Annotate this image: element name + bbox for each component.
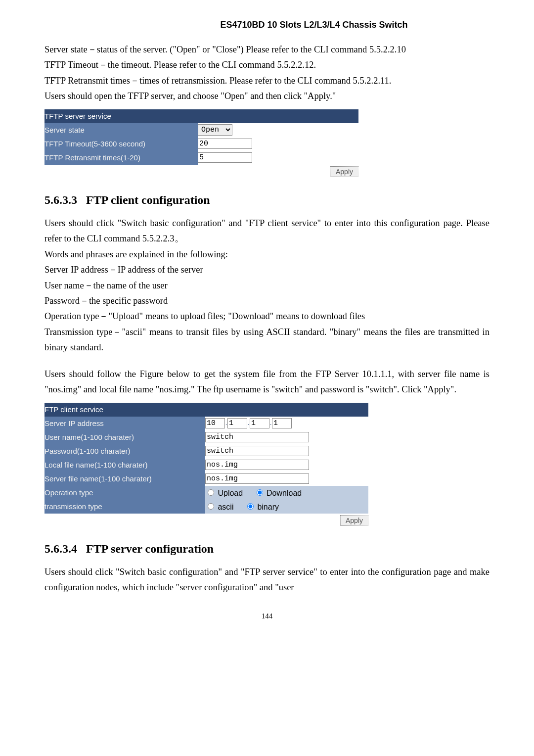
ftpclient-apply-button[interactable]: Apply	[340, 515, 368, 526]
tftp-title: TFTP server service	[44, 109, 358, 123]
ftp-tx-binary[interactable]: binary	[245, 503, 279, 511]
ftp-local-input[interactable]	[205, 460, 309, 470]
section-5-6-3-3-heading: 5.6.3.3FTP client configuration	[44, 193, 490, 207]
ftp-op-upload[interactable]: Upload	[205, 489, 243, 497]
section-5-6-3-4-title: FTP server configuration	[86, 542, 214, 555]
sec5633-p1: Users should click "Switch basic configu…	[44, 216, 490, 247]
tftp-state-label: Server state	[44, 123, 198, 137]
intro-p3: TFTP Retransmit times－times of retransmi…	[44, 73, 490, 89]
ftp-ip-d[interactable]	[272, 418, 292, 428]
ftp-client-widget: FTP client service Server IP address ...…	[44, 403, 490, 527]
sec5633-p6: Operation type－"Upload" means to upload …	[44, 309, 490, 324]
ftpclient-title: FTP client service	[44, 403, 368, 417]
ftp-tx-ascii[interactable]: ascii	[205, 503, 233, 511]
ftp-user-label: User name(1-100 charater)	[44, 430, 205, 444]
ftp-op-download[interactable]: Download	[254, 489, 302, 497]
tftp-retrans-label: TFTP Retransmit times(1-20)	[44, 151, 198, 165]
tftp-timeout-input[interactable]	[198, 139, 252, 149]
section-5-6-3-4-heading: 5.6.3.4FTP server configuration	[44, 542, 490, 556]
intro-p4: Users should open the TFTP server, and c…	[44, 89, 490, 104]
tftp-retrans-input[interactable]	[198, 152, 252, 163]
ftp-ip-b[interactable]	[227, 418, 247, 428]
ftp-server-input[interactable]	[205, 473, 309, 484]
section-5-6-3-3-num: 5.6.3.3	[44, 193, 77, 206]
ftp-op-label: Operation type	[44, 486, 205, 500]
intro-p1: Server state－status of the server. ("Ope…	[44, 42, 490, 57]
ftp-pass-input[interactable]	[205, 446, 309, 456]
tftp-server-widget: TFTP server service Server state Open TF…	[44, 109, 490, 179]
ftp-ip-a[interactable]	[205, 418, 225, 428]
sec5633-p2: Words and phrases are explained in the f…	[44, 247, 490, 262]
page-number: 144	[44, 612, 490, 620]
ftp-ip-c[interactable]	[250, 418, 269, 428]
tftp-state-select[interactable]: Open	[198, 124, 232, 136]
ftp-ip-label: Server IP address	[44, 417, 205, 430]
intro-p2: TFTP Timeout－the timeout. Please refer t…	[44, 57, 490, 73]
ftp-user-input[interactable]	[205, 432, 309, 442]
sec5634-p1: Users should click "Switch basic configu…	[44, 565, 490, 596]
page-header-title: ES4710BD 10 Slots L2/L3/L4 Chassis Switc…	[138, 20, 490, 30]
section-5-6-3-3-title: FTP client configuration	[86, 193, 210, 206]
ftp-server-label: Server file name(1-100 charater)	[44, 472, 205, 486]
sec5633-p4: User name－the name of the user	[44, 278, 490, 293]
ftp-tx-label: transmission type	[44, 500, 205, 514]
sec5633-p5: Password－the specific password	[44, 293, 490, 309]
section-5-6-3-4-num: 5.6.3.4	[44, 542, 77, 555]
sec5633-p3: Server IP address－IP address of the serv…	[44, 262, 490, 278]
ftp-pass-label: Password(1-100 charater)	[44, 444, 205, 458]
tftp-apply-button[interactable]: Apply	[330, 166, 358, 177]
tftp-timeout-label: TFTP Timeout(5-3600 second)	[44, 137, 198, 151]
sec5633-p7: Transmission type－"ascii" means to trans…	[44, 325, 490, 356]
sec5633-p8: Users should follow the Figure below to …	[44, 367, 490, 398]
ftp-local-label: Local file name(1-100 charater)	[44, 458, 205, 472]
